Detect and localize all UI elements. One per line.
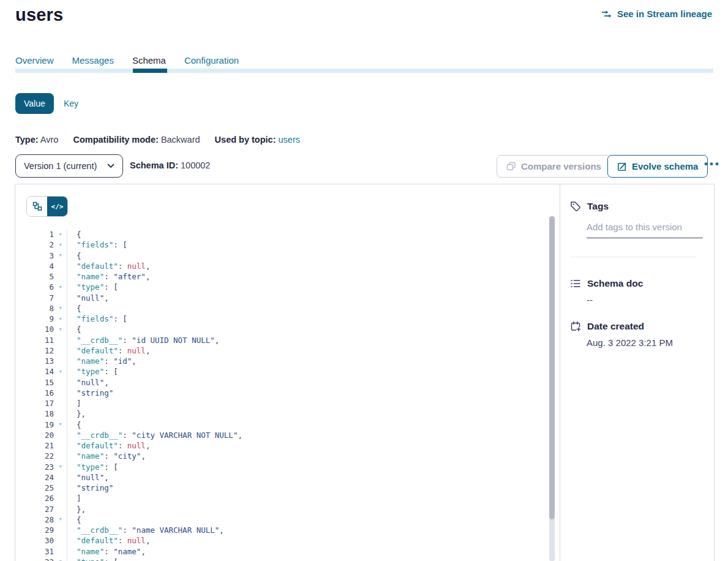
tag-icon <box>570 201 581 212</box>
line-number: 12 <box>15 346 54 355</box>
code-line-text: "null", <box>67 293 547 303</box>
code-line: 21 "default": null, <box>15 440 547 451</box>
compare-versions-button[interactable]: Compare versions <box>497 155 611 178</box>
topic-link[interactable]: users <box>279 135 300 145</box>
value-toggle-button[interactable]: Value <box>15 93 54 114</box>
code-line: 14▼ "type": [ <box>15 366 547 377</box>
code-line-text: { <box>67 324 547 334</box>
collapse-toggle-icon[interactable]: ▼ <box>54 517 67 522</box>
code-line-text: "__crdb__": "name VARCHAR NULL", <box>67 525 547 535</box>
collapse-toggle-icon[interactable]: ▼ <box>54 285 67 290</box>
code-line: 6▼ "type": [ <box>15 282 547 292</box>
collapse-toggle-icon[interactable]: ▼ <box>54 232 67 237</box>
code-line: 29 "__crdb__": "name VARCHAR NULL", <box>15 525 547 535</box>
schema-id: Schema ID: 100002 <box>130 160 210 170</box>
collapse-toggle-icon[interactable]: ▼ <box>54 317 67 322</box>
code-line-text: "type": [ <box>67 282 547 292</box>
more-options-button[interactable]: ••• <box>702 156 723 173</box>
collapse-toggle-icon[interactable]: ▼ <box>54 243 67 247</box>
evolve-schema-button[interactable]: Evolve schema <box>607 155 708 178</box>
line-number: 24 <box>15 473 54 482</box>
tab-schema[interactable]: Schema <box>132 55 166 66</box>
compatibility-value: Backward <box>161 135 200 145</box>
collapse-toggle-icon[interactable]: ▼ <box>54 306 67 311</box>
calendar-plus-icon <box>570 321 581 332</box>
schema-sidebar: Tags Schema doc -- <box>560 184 714 561</box>
line-number: 25 <box>15 483 54 492</box>
edit-icon <box>617 162 627 171</box>
schema-doc-value: -- <box>587 295 703 305</box>
collapse-toggle-icon[interactable]: ▼ <box>54 253 67 258</box>
lineage-icon <box>601 10 613 18</box>
line-number: 31 <box>15 547 54 556</box>
tree-view-button[interactable] <box>27 197 47 216</box>
line-number: 1 <box>15 230 54 239</box>
version-select[interactable]: Version 1 (current) <box>15 154 123 178</box>
code-line: 10▼ { <box>15 324 547 334</box>
code-line: 9▼ "fields": [ <box>15 314 547 324</box>
code-editor: 1▼{2▼ "fields": [3▼ {4 "default": null,5… <box>15 229 547 561</box>
date-created-value: Aug. 3 2022 3:21 PM <box>587 337 703 348</box>
scrollbar-thumb[interactable] <box>549 216 555 519</box>
code-line-text: "null", <box>67 472 547 483</box>
code-line-text: "default": null, <box>67 440 547 451</box>
tags-input[interactable] <box>587 222 703 238</box>
line-number: 19 <box>15 420 54 429</box>
code-line: 20 "__crdb__": "city VARCHAR NOT NULL", <box>15 430 547 440</box>
collapse-toggle-icon[interactable]: ▼ <box>54 327 67 332</box>
code-line: 25 "string" <box>15 483 547 493</box>
code-line-text: "type": [ <box>67 366 547 377</box>
collapse-toggle-icon[interactable]: ▼ <box>54 422 67 427</box>
line-number: 23 <box>15 462 54 472</box>
code-line: 26 ] <box>15 493 547 503</box>
schema-id-label: Schema ID: <box>130 160 178 170</box>
code-line-text: { <box>67 229 547 239</box>
sidebar-divider <box>570 257 697 257</box>
schema-doc-heading: Schema doc <box>587 278 643 289</box>
code-line-text: "default": null, <box>67 345 547 356</box>
code-line: 24 "null", <box>15 472 547 483</box>
type-value: Avro <box>40 135 59 145</box>
tab-configuration[interactable]: Configuration <box>184 55 239 66</box>
code-line-text: "__crdb__": "city VARCHAR NOT NULL", <box>67 430 547 440</box>
code-view-button[interactable]: </> <box>47 197 67 216</box>
code-line-text: "fields": [ <box>67 239 547 250</box>
tags-section: Tags <box>570 201 703 257</box>
lineage-label: See in Stream lineage <box>617 9 712 19</box>
code-line: 1▼{ <box>15 229 547 239</box>
code-line: 28▼ { <box>15 514 547 525</box>
compatibility-label: Compatibility mode: <box>73 135 158 145</box>
date-created-heading: Date created <box>587 321 644 332</box>
line-number: 2 <box>15 240 54 249</box>
code-line: 27 }, <box>15 504 547 514</box>
line-number: 14 <box>15 367 54 376</box>
code-line: 22 "name": "city", <box>15 451 547 461</box>
stream-lineage-link[interactable]: See in Stream lineage <box>601 9 712 19</box>
line-number: 13 <box>15 356 54 366</box>
code-line-text: "__crdb__": "id UUID NOT NULL", <box>67 335 547 345</box>
tab-messages[interactable]: Messages <box>72 55 114 66</box>
code-line-text: "string" <box>67 388 547 398</box>
view-toggle: </> <box>26 196 68 217</box>
code-line: 19▼ { <box>15 420 547 430</box>
schema-panel: </> 1▼{2▼ "fields": [3▼ {4 "default": nu… <box>15 184 715 561</box>
code-line: 31 "name": "name", <box>15 546 547 557</box>
schema-id-value: 100002 <box>181 160 210 170</box>
line-number: 32 <box>15 557 54 561</box>
key-toggle-button[interactable]: Key <box>64 99 78 108</box>
collapse-toggle-icon[interactable]: ▼ <box>54 464 67 469</box>
line-number: 6 <box>15 282 54 292</box>
page-title: users <box>15 5 63 25</box>
code-line: 13 "name": "id", <box>15 356 547 366</box>
code-line: 30 "default": null, <box>15 535 547 546</box>
code-line-text: ] <box>67 398 547 409</box>
line-number: 9 <box>15 314 54 323</box>
line-number: 4 <box>15 262 54 271</box>
tab-overview[interactable]: Overview <box>15 55 54 66</box>
schema-doc-section: Schema doc -- <box>570 278 703 305</box>
line-number: 28 <box>15 515 54 524</box>
collapse-toggle-icon[interactable]: ▼ <box>54 369 67 374</box>
line-number: 18 <box>15 409 54 418</box>
line-number: 15 <box>15 378 54 387</box>
schema-meta-row: Type: Avro Compatibility mode: Backward … <box>15 135 300 145</box>
